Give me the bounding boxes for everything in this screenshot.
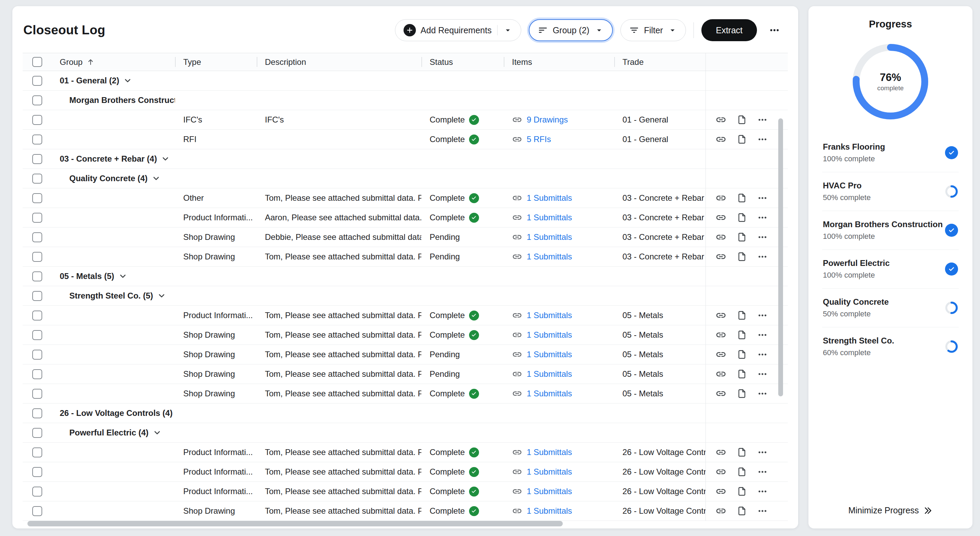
more-horizontal-icon[interactable] <box>757 115 768 125</box>
row-checkbox[interactable] <box>32 232 42 242</box>
items-link[interactable]: 1 Submittals <box>527 487 572 496</box>
items-link[interactable]: 9 Drawings <box>527 115 568 124</box>
table-row-subgroup[interactable]: Strength Steel Co. (5) <box>23 286 788 306</box>
chevron-down-icon[interactable] <box>153 428 162 437</box>
table-row-group[interactable]: 01 - General (2) <box>23 71 788 91</box>
file-icon[interactable] <box>737 115 747 125</box>
file-icon[interactable] <box>737 388 747 399</box>
items-link[interactable]: 1 Submittals <box>527 389 572 398</box>
items-link[interactable]: 1 Submittals <box>527 467 572 477</box>
chevron-down-icon[interactable] <box>118 272 127 281</box>
items-link[interactable]: 1 Submittals <box>527 252 572 261</box>
row-checkbox[interactable] <box>32 213 42 223</box>
more-horizontal-icon[interactable] <box>757 506 768 516</box>
items-link[interactable]: 1 Submittals <box>527 330 572 340</box>
extract-button[interactable]: Extract <box>702 19 757 41</box>
more-horizontal-icon[interactable] <box>757 251 768 262</box>
file-icon[interactable] <box>737 212 747 223</box>
chevron-down-icon[interactable] <box>157 291 166 300</box>
file-icon[interactable] <box>737 369 747 379</box>
link-action-icon[interactable] <box>716 506 726 517</box>
link-action-icon[interactable] <box>716 486 726 497</box>
row-checkbox[interactable] <box>32 408 42 418</box>
more-horizontal-icon[interactable] <box>757 212 768 223</box>
link-action-icon[interactable] <box>716 192 726 204</box>
row-checkbox[interactable] <box>32 310 42 321</box>
row-checkbox[interactable] <box>32 252 42 262</box>
link-action-icon[interactable] <box>716 310 726 321</box>
row-checkbox[interactable] <box>32 350 42 359</box>
link-action-icon[interactable] <box>716 349 726 360</box>
row-checkbox[interactable] <box>32 193 42 203</box>
file-icon[interactable] <box>737 467 747 477</box>
table-row-group[interactable]: 05 - Metals (5) <box>23 267 788 286</box>
more-horizontal-icon[interactable] <box>757 232 768 242</box>
row-checkbox[interactable] <box>32 506 42 516</box>
progress-list-item[interactable]: Quality Concrete 50% complete <box>822 289 959 328</box>
row-checkbox[interactable] <box>32 115 42 125</box>
more-horizontal-icon[interactable] <box>757 486 768 496</box>
link-action-icon[interactable] <box>716 114 726 125</box>
items-link[interactable]: 1 Submittals <box>527 369 572 379</box>
items-link[interactable]: 1 Submittals <box>527 193 572 203</box>
file-icon[interactable] <box>737 310 747 321</box>
chevron-down-icon[interactable] <box>161 154 170 163</box>
column-header-type[interactable]: Type <box>175 53 257 71</box>
items-link[interactable]: 1 Submittals <box>527 506 572 516</box>
more-horizontal-icon[interactable] <box>757 193 768 203</box>
row-checkbox[interactable] <box>32 447 42 457</box>
row-checkbox[interactable] <box>32 173 42 184</box>
items-link[interactable]: 1 Submittals <box>527 350 572 359</box>
items-link[interactable]: 5 RFIs <box>527 135 551 144</box>
table-row-subgroup[interactable]: Powerful Electric (4) <box>23 423 788 443</box>
minimize-progress-button[interactable]: Minimize Progress <box>843 502 937 519</box>
table-row-subgroup[interactable]: Morgan Brothers Construction (2) <box>23 91 788 110</box>
more-horizontal-icon[interactable] <box>757 349 768 359</box>
file-icon[interactable] <box>737 193 747 203</box>
progress-list-item[interactable]: Powerful Electric 100% complete <box>822 250 959 289</box>
row-checkbox[interactable] <box>32 76 42 86</box>
row-checkbox[interactable] <box>32 389 42 399</box>
column-header-description[interactable]: Description <box>257 53 422 71</box>
items-link[interactable]: 1 Submittals <box>527 213 572 223</box>
more-horizontal-icon[interactable] <box>757 134 768 145</box>
vertical-scrollbar[interactable] <box>778 118 783 396</box>
row-checkbox[interactable] <box>32 95 42 105</box>
file-icon[interactable] <box>737 349 747 359</box>
link-action-icon[interactable] <box>716 369 726 380</box>
row-checkbox[interactable] <box>32 487 42 496</box>
items-link[interactable]: 1 Submittals <box>527 447 572 457</box>
select-all-checkbox[interactable] <box>32 57 42 67</box>
more-horizontal-icon[interactable] <box>757 310 768 321</box>
more-horizontal-icon[interactable] <box>757 467 768 477</box>
horizontal-scrollbar[interactable] <box>27 521 563 526</box>
items-link[interactable]: 1 Submittals <box>527 310 572 320</box>
link-action-icon[interactable] <box>716 212 726 223</box>
chevron-down-icon[interactable] <box>123 76 132 85</box>
link-action-icon[interactable] <box>716 388 726 399</box>
progress-list-item[interactable]: Morgan Brothers Construction 100% comple… <box>822 211 959 250</box>
column-header-items[interactable]: Items <box>504 53 614 71</box>
progress-list-item[interactable]: Strength Steel Co. 60% complete <box>822 328 959 366</box>
row-checkbox[interactable] <box>32 154 42 164</box>
more-horizontal-icon[interactable] <box>757 388 768 399</box>
progress-list-item[interactable]: HVAC Pro 50% complete <box>822 172 959 211</box>
file-icon[interactable] <box>737 251 747 262</box>
link-action-icon[interactable] <box>716 134 726 145</box>
more-options-button[interactable] <box>765 20 784 40</box>
column-header-status[interactable]: Status <box>422 53 504 71</box>
filter-button[interactable]: Filter <box>620 19 686 41</box>
more-horizontal-icon[interactable] <box>757 447 768 457</box>
table-row-group[interactable]: 26 - Low Voltage Controls (4) <box>23 404 788 423</box>
column-header-trade[interactable]: Trade <box>614 53 705 71</box>
row-checkbox[interactable] <box>32 272 42 282</box>
file-icon[interactable] <box>737 447 747 457</box>
column-header-group[interactable]: Group <box>55 53 175 71</box>
link-action-icon[interactable] <box>716 447 726 458</box>
more-horizontal-icon[interactable] <box>757 369 768 379</box>
file-icon[interactable] <box>737 506 747 516</box>
items-link[interactable]: 1 Submittals <box>527 232 572 242</box>
chevron-down-icon[interactable] <box>152 174 161 183</box>
row-checkbox[interactable] <box>32 330 42 340</box>
link-action-icon[interactable] <box>716 466 726 477</box>
